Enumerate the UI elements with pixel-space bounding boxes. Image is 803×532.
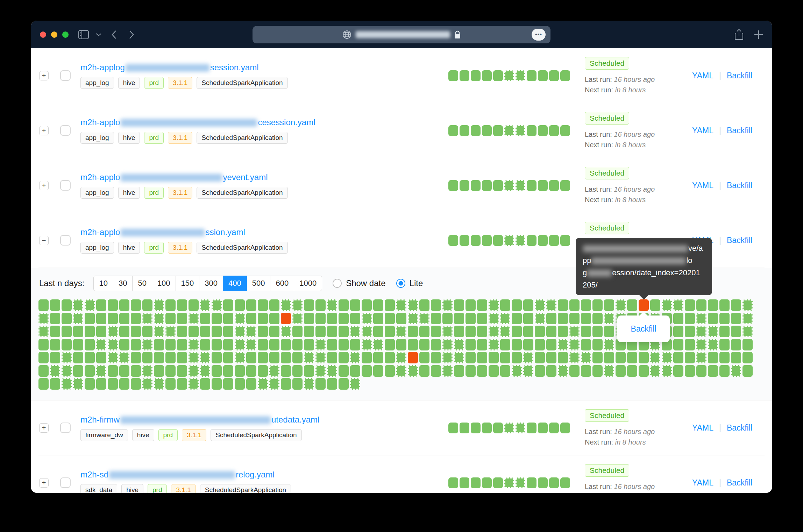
day-cell[interactable]: [731, 339, 741, 350]
day-range-button-500[interactable]: 500: [247, 276, 271, 291]
day-cell[interactable]: [258, 339, 268, 350]
day-cell[interactable]: [339, 378, 349, 390]
day-cell[interactable]: [454, 352, 464, 363]
day-cell[interactable]: [96, 299, 106, 311]
day-cell[interactable]: [466, 299, 476, 311]
day-cell[interactable]: [673, 365, 683, 377]
backfill-link[interactable]: Backfill: [727, 478, 752, 488]
day-cell[interactable]: [73, 339, 83, 350]
day-cell[interactable]: [108, 339, 118, 350]
day-cell[interactable]: [327, 365, 337, 377]
day-cell[interactable]: [731, 299, 741, 311]
row-title-link[interactable]: m2h-apployevent.yaml: [80, 172, 448, 182]
day-cell[interactable]: [200, 326, 210, 337]
day-cell[interactable]: [62, 352, 72, 363]
row-title-link[interactable]: m2h-sdrelog.yaml: [80, 470, 448, 480]
day-cell[interactable]: [223, 313, 233, 324]
day-cell[interactable]: [50, 365, 60, 377]
day-cell[interactable]: [448, 180, 458, 191]
day-cell[interactable]: [535, 299, 545, 311]
day-cell[interactable]: [538, 70, 548, 81]
day-cell[interactable]: [108, 313, 118, 324]
day-cell[interactable]: [269, 378, 279, 390]
day-cell[interactable]: [696, 365, 706, 377]
day-cell[interactable]: [212, 313, 222, 324]
day-cell[interactable]: [62, 299, 72, 311]
day-cell[interactable]: [431, 365, 441, 377]
day-range-button-100[interactable]: 100: [152, 276, 176, 291]
day-cell[interactable]: [350, 299, 360, 311]
day-cell[interactable]: [549, 125, 559, 136]
day-cell[interactable]: [569, 313, 580, 324]
day-cell[interactable]: [373, 326, 383, 337]
day-cell[interactable]: [535, 313, 545, 324]
day-cell[interactable]: [581, 339, 591, 350]
zoom-window-button[interactable]: [62, 31, 69, 38]
day-cell[interactable]: [549, 423, 559, 433]
day-cell[interactable]: [96, 313, 106, 324]
day-cell[interactable]: [96, 365, 106, 377]
day-cell[interactable]: [327, 378, 337, 390]
day-cell[interactable]: [419, 313, 429, 324]
day-cell[interactable]: [119, 378, 129, 390]
day-cell[interactable]: [489, 299, 499, 311]
day-cell[interactable]: [560, 235, 570, 246]
chevron-down-icon[interactable]: [96, 33, 101, 36]
day-cell[interactable]: [373, 339, 383, 350]
day-cell[interactable]: [560, 70, 570, 81]
day-cell[interactable]: [246, 313, 256, 324]
day-cell[interactable]: [460, 477, 469, 488]
day-cell[interactable]: [119, 299, 129, 311]
day-cell[interactable]: [200, 365, 210, 377]
day-cell[interactable]: [339, 313, 349, 324]
day-cell[interactable]: [482, 180, 492, 191]
day-cell[interactable]: [512, 313, 522, 324]
day-cell[interactable]: [512, 339, 522, 350]
day-cell[interactable]: [639, 352, 649, 363]
day-cell[interactable]: [538, 125, 548, 136]
day-cell[interactable]: [38, 313, 49, 324]
day-cell[interactable]: [73, 352, 83, 363]
day-cell[interactable]: [489, 326, 499, 337]
day-cell[interactable]: [471, 235, 481, 246]
day-cell[interactable]: [662, 365, 672, 377]
day-cell[interactable]: [154, 352, 164, 363]
day-cell[interactable]: [408, 365, 418, 377]
day-cell[interactable]: [471, 423, 481, 433]
day-cell[interactable]: [460, 70, 469, 81]
day-cell[interactable]: [154, 299, 164, 311]
day-cell[interactable]: [592, 339, 603, 350]
day-cell[interactable]: [108, 352, 118, 363]
day-cell[interactable]: [731, 352, 741, 363]
day-cell[interactable]: [466, 326, 476, 337]
day-cell[interactable]: [504, 423, 514, 433]
ellipsis-icon[interactable]: •••: [532, 29, 546, 41]
day-cell[interactable]: [516, 477, 525, 488]
day-cell[interactable]: [281, 339, 291, 350]
day-cell[interactable]: [708, 352, 718, 363]
radio-lite[interactable]: Lite: [396, 278, 423, 288]
day-cell[interactable]: [466, 313, 476, 324]
day-cell[interactable]: [304, 326, 314, 337]
day-cell[interactable]: [339, 326, 349, 337]
day-cell[interactable]: [477, 313, 487, 324]
day-cell[interactable]: [38, 352, 49, 363]
day-cell[interactable]: [558, 326, 568, 337]
day-cell[interactable]: [108, 378, 118, 390]
day-cell[interactable]: [719, 352, 730, 363]
day-cell[interactable]: [650, 352, 660, 363]
day-cell[interactable]: [131, 365, 141, 377]
day-cell[interactable]: [516, 125, 525, 136]
day-cell[interactable]: [512, 299, 522, 311]
day-cell[interactable]: [373, 299, 383, 311]
day-cell[interactable]: [546, 365, 556, 377]
day-cell[interactable]: [454, 299, 464, 311]
yaml-link[interactable]: YAML: [692, 181, 713, 190]
day-cell[interactable]: [419, 365, 429, 377]
day-cell[interactable]: [685, 352, 695, 363]
day-cell[interactable]: [315, 326, 326, 337]
day-cell[interactable]: [223, 352, 233, 363]
day-cell[interactable]: [419, 326, 429, 337]
day-cell[interactable]: [85, 365, 95, 377]
day-cell[interactable]: [339, 365, 349, 377]
